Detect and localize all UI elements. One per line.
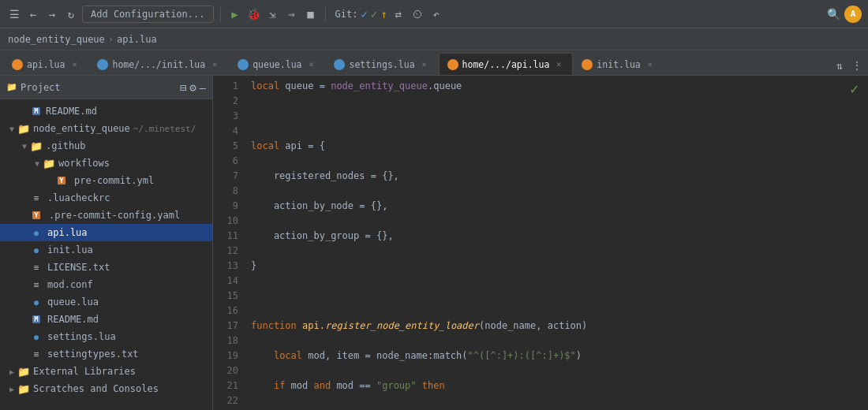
tree-arrow-scratches: ▶ xyxy=(6,385,17,393)
play-icon[interactable]: ▶ xyxy=(227,6,243,22)
tree-item-github[interactable]: ▼ 📁 .github xyxy=(0,137,212,155)
avatar[interactable]: A xyxy=(844,6,862,23)
file-icon-mod xyxy=(30,278,43,291)
tab-queue-lua[interactable]: queue.lua ✕ xyxy=(229,53,325,75)
sidebar: 📁 Project ⊟ ⚙ — README.md ▼ 📁 node_entit… xyxy=(0,76,213,410)
git-undo-icon[interactable]: ↶ xyxy=(428,6,444,22)
tree-item-external-libs[interactable]: ▶ 📁 External Libraries xyxy=(0,363,212,380)
sidebar-tree: README.md ▼ 📁 node_entity_queue ~/.minet… xyxy=(0,99,212,410)
tab-menu-icon[interactable]: ⋮ xyxy=(849,58,865,73)
tab-bar-right: ⇅ ⋮ xyxy=(832,58,865,75)
tab-close-home-api[interactable]: ✕ xyxy=(553,59,564,70)
tab-label-settings-lua: settings.lua xyxy=(349,59,414,70)
file-icon-init xyxy=(30,244,43,256)
search-icon[interactable]: 🔍 xyxy=(825,6,841,22)
menu-icon[interactable]: ☰ xyxy=(6,6,22,22)
tab-init-lua[interactable]: init.lua ✕ xyxy=(573,53,664,75)
tab-close-home-init[interactable]: ✕ xyxy=(209,59,220,70)
toolbar: ☰ ← → ↻ Add Configuration... ▶ 🐞 ⇲ ⇒ ■ G… xyxy=(0,0,868,28)
git-check2-icon[interactable]: ✓ xyxy=(371,8,377,20)
code-area[interactable]: 12345 678910 1112131415 1617181920 21222… xyxy=(213,76,868,410)
tree-item-queue-lua[interactable]: queue.lua xyxy=(0,293,212,311)
tree-item-settingtypes[interactable]: settingtypes.txt xyxy=(0,345,212,363)
folder-icon-extlibs: 📁 xyxy=(17,365,30,378)
tab-icon-queue-lua xyxy=(238,59,249,70)
tab-close-queue-lua[interactable]: ✕ xyxy=(305,59,316,70)
tree-item-api-lua[interactable]: api.lua xyxy=(0,224,212,241)
toolbar-right: 🔍 A xyxy=(825,6,862,23)
tree-item-license[interactable]: LICENSE.txt xyxy=(0,259,212,276)
file-icon-readme2 xyxy=(30,313,43,326)
sidebar-title: Project xyxy=(21,82,177,93)
back-icon[interactable]: ← xyxy=(25,6,41,22)
file-icon-settings xyxy=(30,330,43,343)
tree-item-settings-lua[interactable]: settings.lua xyxy=(0,328,212,345)
tree-label-github: .github xyxy=(46,140,86,151)
tree-arrow-github: ▼ xyxy=(19,142,30,151)
sep2 xyxy=(325,7,326,21)
tab-home-init[interactable]: home/.../init.lua ✕ xyxy=(88,53,229,75)
breadcrumb-project[interactable]: node_entity_queue xyxy=(8,34,105,45)
tab-close-api-lua[interactable]: ✕ xyxy=(69,59,80,70)
tab-label-api-lua: api.lua xyxy=(27,59,65,70)
tab-icon-home-init xyxy=(97,59,108,70)
breadcrumb-file[interactable]: api.lua xyxy=(117,34,157,45)
tab-close-init-lua[interactable]: ✕ xyxy=(645,59,656,70)
tab-home-api[interactable]: home/.../api.lua ✕ xyxy=(439,53,574,75)
tree-label-readme: README.md xyxy=(46,106,97,117)
tree-item-node-entity-queue[interactable]: ▼ 📁 node_entity_queue ~/.minetest/ xyxy=(0,120,212,137)
forward-icon[interactable]: → xyxy=(44,6,60,22)
folder-icon-scratches: 📁 xyxy=(17,382,30,395)
tree-item-readme[interactable]: README.md xyxy=(0,102,212,120)
tree-item-luacheckrc[interactable]: .luacheckrc xyxy=(0,189,212,207)
tree-label-neq: node_entity_queue xyxy=(33,123,130,134)
sidebar-settings-icon[interactable]: ⚙ xyxy=(189,81,196,94)
tree-item-pre-commit-config[interactable]: .pre-commit-config.yaml xyxy=(0,207,212,224)
tab-bar: api.lua ✕ home/.../init.lua ✕ queue.lua … xyxy=(0,50,868,76)
code-content[interactable]: local queue = node_entity_queue.queue lo… xyxy=(245,76,868,410)
file-icon-pcc xyxy=(30,209,43,222)
tree-arrow-neq: ▼ xyxy=(6,125,17,133)
debug-icon[interactable]: 🐞 xyxy=(246,6,262,22)
tree-label-settings: settings.lua xyxy=(47,331,116,342)
tree-item-workflows[interactable]: ▼ 📁 workflows xyxy=(0,155,212,172)
code-editor: ✓ 12345 678910 1112131415 1617181920 212… xyxy=(213,76,868,410)
add-config-button[interactable]: Add Configuration... xyxy=(82,6,214,23)
tab-icon-api-lua xyxy=(12,59,23,70)
tab-label-queue-lua: queue.lua xyxy=(253,59,301,70)
git-merge-icon[interactable]: ⇄ xyxy=(391,6,406,22)
tree-label-pcy: pre-commit.yml xyxy=(74,175,154,186)
tab-icon-settings-lua xyxy=(334,59,345,70)
refresh-icon[interactable]: ↻ xyxy=(63,6,79,22)
git-history-icon[interactable]: ⏲ xyxy=(410,6,425,22)
tree-item-readme2[interactable]: README.md xyxy=(0,311,212,328)
run-cursor-icon[interactable]: ⇒ xyxy=(284,6,300,22)
tree-label-license: LICENSE.txt xyxy=(47,262,110,273)
sidebar-collapse-icon[interactable]: ⊟ xyxy=(180,81,186,94)
git-check-icon[interactable]: ✓ xyxy=(361,8,367,20)
main-content: 📁 Project ⊟ ⚙ — README.md ▼ 📁 node_entit… xyxy=(0,76,868,410)
tab-list-icon[interactable]: ⇅ xyxy=(832,58,847,73)
tab-icon-init-lua xyxy=(582,59,593,70)
tree-label-readme2: README.md xyxy=(47,314,99,325)
tab-label-home-api: home/.../api.lua xyxy=(462,59,550,70)
tree-item-pre-commit-yml[interactable]: pre-commit.yml xyxy=(0,172,212,189)
tree-item-mod-conf[interactable]: mod.conf xyxy=(0,276,212,293)
stop-icon[interactable]: ■ xyxy=(303,6,319,22)
tab-label-init-lua: init.lua xyxy=(597,59,640,70)
tree-label-queue: queue.lua xyxy=(47,296,99,308)
tree-label-lcrc: .luacheckrc xyxy=(47,192,110,203)
tree-item-init-lua[interactable]: init.lua xyxy=(0,241,212,259)
step-over-icon[interactable]: ⇲ xyxy=(265,6,281,22)
tree-arrow-extlibs: ▶ xyxy=(6,367,17,376)
git-arrow-icon[interactable]: ↑ xyxy=(380,8,387,20)
tab-api-lua[interactable]: api.lua ✕ xyxy=(3,53,88,75)
tree-item-scratches[interactable]: ▶ 📁 Scratches and Consoles xyxy=(0,380,212,397)
file-icon-license xyxy=(30,261,43,274)
tab-settings-lua[interactable]: settings.lua ✕ xyxy=(325,53,438,75)
tab-close-settings-lua[interactable]: ✕ xyxy=(419,59,430,70)
file-icon-settingtypes xyxy=(30,348,43,360)
sep1 xyxy=(220,7,221,21)
sidebar-close-icon[interactable]: — xyxy=(200,81,206,94)
file-icon-readme xyxy=(30,105,43,117)
